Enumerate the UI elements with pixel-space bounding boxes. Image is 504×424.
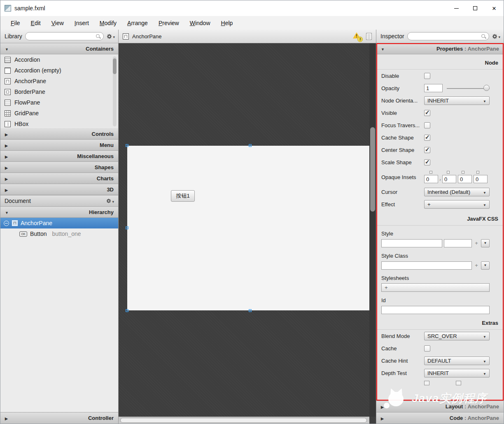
clipped-checkbox[interactable]	[424, 381, 429, 385]
breadcrumb[interactable]: AnchorPane	[132, 33, 162, 40]
tree-item-anchorpane[interactable]: AnchorPane	[0, 218, 118, 228]
library-item-borderpane[interactable]: BorderPane	[0, 86, 118, 97]
triangle-right-icon	[5, 131, 8, 137]
code-section-header[interactable]: Code : AnchorPane	[376, 412, 504, 424]
library-settings-button[interactable]	[107, 33, 115, 40]
selection-handle[interactable]	[249, 144, 252, 147]
css-document-icon[interactable]	[366, 33, 372, 40]
menu-modify[interactable]: Modify	[94, 16, 122, 30]
style-property-input[interactable]	[381, 239, 442, 247]
document-settings-button[interactable]	[106, 198, 114, 204]
library-item-gridpane[interactable]: GridPane	[0, 108, 118, 119]
selection-handle[interactable]	[126, 309, 128, 312]
controller-section-header[interactable]: Controller	[0, 412, 118, 424]
library-section-containers[interactable]: Containers	[0, 43, 118, 54]
canvas-viewport[interactable]: 按钮1	[119, 43, 376, 424]
selection-handle[interactable]	[249, 309, 252, 312]
clipped-checkbox[interactable]	[456, 381, 461, 385]
property-row-opacity: Opacity	[376, 82, 504, 94]
add-stylesheet-button[interactable]: +	[381, 283, 490, 292]
library-item-label: FlowPane	[14, 99, 40, 106]
inset-top-input[interactable]	[424, 175, 438, 183]
id-input[interactable]	[381, 306, 490, 314]
library-scrollbar[interactable]	[113, 56, 117, 126]
layout-section-header[interactable]: Layout : AnchorPane	[376, 401, 504, 412]
menu-arrange[interactable]: Arrange	[122, 16, 153, 30]
inspector-content: Node Disable Opacity Node Orienta...	[376, 54, 504, 401]
opacity-input[interactable]	[424, 84, 443, 92]
menu-file[interactable]: File	[5, 16, 26, 30]
cursor-dropdown[interactable]: Inherited (Default)	[424, 188, 490, 196]
scene-builder-window: { "window": { "title": "sample.fxml" }, …	[0, 0, 504, 424]
clipped-property-row	[376, 379, 504, 387]
library-section-miscellaneous[interactable]: Miscellaneous	[0, 151, 118, 162]
style-class-input[interactable]	[381, 261, 472, 270]
selection-handle[interactable]	[126, 226, 128, 229]
menu-edit[interactable]: Edit	[26, 16, 46, 30]
cache-checkbox[interactable]	[424, 345, 430, 352]
disable-checkbox[interactable]	[424, 73, 430, 79]
library-item-accordion[interactable]: Accordion	[0, 54, 118, 65]
inset-marker	[476, 171, 479, 174]
canvas-horizontal-scrollbar[interactable]	[119, 417, 369, 424]
menu-help[interactable]: Help	[216, 16, 238, 30]
library-section-controls[interactable]: Controls	[0, 128, 118, 140]
property-row-depth-test: Depth Test INHERIT	[376, 367, 504, 379]
scale-shape-checkbox[interactable]	[424, 159, 430, 165]
scrollbar-thumb[interactable]	[370, 127, 375, 212]
minimize-button[interactable]	[447, 0, 466, 16]
library-section-menu[interactable]: Menu	[0, 140, 118, 151]
inspector-search-input[interactable]	[407, 32, 490, 40]
cache-hint-dropdown[interactable]: DEFAULT	[424, 356, 490, 365]
library-item-accordion-empty[interactable]: Accordion (empty)	[0, 65, 118, 76]
library-search-input[interactable]	[25, 32, 104, 40]
menu-insert[interactable]: Insert	[69, 16, 94, 30]
inspector-title: Inspector	[380, 33, 404, 40]
effect-dropdown[interactable]: +	[424, 200, 490, 209]
hierarchy-section-header[interactable]: Hierarchy	[0, 207, 118, 218]
blend-mode-dropdown[interactable]: SRC_OVER	[424, 332, 490, 340]
menu-window[interactable]: Window	[184, 16, 216, 30]
style-menu-button[interactable]	[481, 239, 490, 247]
scrollbar-thumb[interactable]	[113, 58, 117, 74]
design-button-one[interactable]: 按钮1	[171, 190, 195, 202]
library-item-hbox[interactable]: HBox	[0, 119, 118, 128]
cache-shape-checkbox[interactable]	[424, 135, 430, 141]
style-value-input[interactable]	[444, 239, 472, 247]
add-style-class-button[interactable]: +	[474, 262, 479, 268]
tree-item-button[interactable]: Button button_one	[0, 228, 118, 239]
slider-knob[interactable]	[483, 85, 490, 91]
inset-bottom-input[interactable]	[458, 175, 472, 183]
inspector-settings-button[interactable]	[492, 33, 500, 40]
depth-test-dropdown[interactable]: INHERIT	[424, 369, 490, 377]
node-orientation-dropdown[interactable]: INHERIT	[424, 96, 490, 105]
warning-indicator[interactable]: 3	[353, 33, 362, 40]
anchorpane-artboard[interactable]: 按钮1	[127, 146, 373, 310]
selection-handle[interactable]	[126, 144, 128, 147]
library-item-flowpane[interactable]: FlowPane	[0, 97, 118, 108]
style-class-menu-button[interactable]	[481, 261, 490, 270]
menu-preview[interactable]: Preview	[153, 16, 184, 30]
library-item-anchorpane[interactable]: AnchorPane	[0, 76, 118, 86]
canvas-vertical-scrollbar[interactable]	[369, 43, 376, 417]
visible-checkbox[interactable]	[424, 110, 430, 116]
library-section-charts[interactable]: Charts	[0, 173, 118, 184]
close-button[interactable]	[485, 0, 504, 16]
library-section-shapes[interactable]: Shapes	[0, 162, 118, 173]
library-section-3d[interactable]: 3D	[0, 184, 118, 195]
focus-traversable-checkbox[interactable]	[424, 122, 430, 128]
scrollbar-thumb[interactable]	[120, 418, 367, 423]
collapse-icon[interactable]	[4, 221, 9, 226]
property-row-scale-shape: Scale Shape	[376, 156, 504, 168]
inset-left-input[interactable]	[474, 175, 488, 183]
center-shape-checkbox[interactable]	[424, 147, 430, 153]
inset-right-input[interactable]	[442, 175, 456, 183]
chevron-down-icon	[483, 201, 486, 207]
add-style-button[interactable]: +	[474, 240, 479, 246]
properties-section-header[interactable]: Properties : AnchorPane	[376, 43, 504, 54]
menu-view[interactable]: View	[46, 16, 69, 30]
maximize-button[interactable]	[466, 0, 485, 16]
triangle-right-icon	[5, 142, 8, 148]
opacity-slider[interactable]	[447, 85, 490, 91]
triangle-down-icon	[5, 209, 9, 215]
